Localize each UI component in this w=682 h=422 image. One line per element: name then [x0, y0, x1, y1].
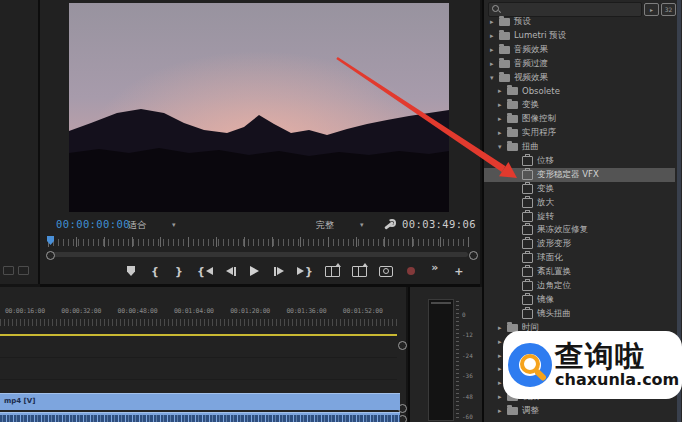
tree-item-label: Obsolete: [522, 86, 560, 96]
chevron-right-icon[interactable]: ▸: [490, 60, 497, 68]
folder-icon: [499, 46, 510, 54]
effect-transform[interactable]: 变换: [484, 182, 675, 196]
folder-utility[interactable]: ▸实用程序: [484, 126, 675, 140]
playback-quality-dropdown[interactable]: 完整 ▾: [316, 218, 364, 232]
folder-icon: [507, 101, 518, 109]
record-button[interactable]: [405, 262, 417, 280]
effect-offset[interactable]: 位移: [484, 154, 675, 168]
add-marker-button[interactable]: [125, 262, 137, 280]
search-icon: [492, 5, 501, 14]
video-clip[interactable]: mp4 [V]: [0, 393, 400, 410]
chevron-right-icon[interactable]: ▸: [498, 393, 505, 401]
effect-corner-pin[interactable]: 边角定位: [484, 279, 675, 293]
more-button[interactable]: »: [429, 258, 441, 276]
watermark-badge: 查询啦 chaxunla.com: [503, 331, 682, 399]
folder-icon: [507, 143, 518, 151]
effect-icon: [522, 267, 533, 277]
video-preview: [69, 3, 449, 212]
folder-audio-effects[interactable]: ▸音频效果: [484, 43, 675, 57]
pen-tool-icon[interactable]: [3, 266, 14, 275]
mark-out-button[interactable]: }: [173, 262, 185, 280]
chevron-right-icon[interactable]: ▸: [498, 115, 505, 123]
tree-item-label: 果冻效应修复: [537, 224, 588, 236]
effect-mirror[interactable]: 镜像: [484, 293, 675, 307]
track-separator: [0, 357, 397, 358]
marker-icon: [127, 266, 135, 276]
tree-item-label: 图像控制: [522, 113, 556, 125]
tree-item-label: 变形稳定器 VFX: [537, 169, 599, 181]
monitor-zoom-scrollbar[interactable]: [52, 252, 468, 257]
effect-spherize[interactable]: 球面化: [484, 251, 675, 265]
current-timecode[interactable]: 00:00:00:00: [56, 218, 130, 230]
step-back-button[interactable]: [225, 262, 237, 280]
brace-icon: {: [197, 265, 205, 278]
loop-icon[interactable]: [18, 266, 29, 275]
folder-image-control[interactable]: ▸图像控制: [484, 112, 675, 126]
mark-in-button[interactable]: {: [149, 262, 161, 280]
timeline-scroll-handle[interactable]: [398, 341, 407, 350]
glyph-icon: +: [454, 265, 463, 278]
add-button[interactable]: +: [453, 262, 465, 280]
triangle-left-icon: [226, 267, 233, 275]
folder-distort[interactable]: ▾扭曲: [484, 140, 675, 154]
tree-item-label: 位移: [537, 155, 554, 167]
effect-rotate[interactable]: 旋转: [484, 210, 675, 224]
chevron-right-icon[interactable]: ▸: [498, 87, 505, 95]
lift-button[interactable]: [325, 262, 340, 280]
effect-turbulent-displace[interactable]: 紊乱置换: [484, 265, 675, 279]
chevron-right-icon[interactable]: ▸: [490, 32, 497, 40]
effect-icon: [522, 281, 533, 291]
effect-magnify[interactable]: 放大: [484, 196, 675, 210]
folder-adjust[interactable]: ▸调整: [484, 404, 675, 418]
folder-audio-transitions[interactable]: ▸音频过渡: [484, 57, 675, 71]
audio-clip[interactable]: [0, 412, 400, 422]
work-area-bar[interactable]: [0, 334, 397, 336]
program-monitor-panel: 00:00:00:00 适合 ▾ 完整 ▾ 00:03:49:06 {}{}»+: [40, 0, 480, 287]
effect-rolling-shutter-repair[interactable]: 果冻效应修复: [484, 224, 675, 238]
left-side-panel: [0, 0, 40, 284]
extract-button[interactable]: [352, 262, 367, 280]
folder-transform[interactable]: ▸变换: [484, 98, 675, 112]
chevron-right-icon[interactable]: ▸: [498, 407, 505, 415]
chevron-right-icon[interactable]: ▸: [498, 129, 505, 137]
chevron-down-icon[interactable]: ▾: [490, 74, 497, 82]
audio-waveform: [0, 415, 400, 422]
folder-icon: [499, 60, 510, 68]
effect-wave-warp[interactable]: 波形变形: [484, 237, 675, 251]
meter-scale-label: -36: [462, 372, 473, 379]
effect-icon: [522, 239, 533, 249]
effect-icon: [522, 170, 533, 180]
scrollbar-right-handle[interactable]: [469, 251, 478, 260]
folder-presets[interactable]: ▸预设: [484, 15, 675, 29]
effect-warp-stabilizer-vfx[interactable]: 变形稳定器 VFX: [484, 168, 675, 182]
ruler-tick-label: 00:01:36:00: [287, 307, 327, 315]
triangle-right-icon: [297, 267, 304, 275]
ruler-tick-label: 00:00:48:00: [118, 307, 158, 315]
chevron-down-icon[interactable]: ▾: [498, 143, 505, 151]
effect-lens-distortion[interactable]: 镜头扭曲: [484, 307, 675, 321]
zoom-fit-dropdown[interactable]: 适合 ▾: [128, 218, 176, 232]
play-icon: [250, 266, 259, 276]
chevron-right-icon[interactable]: ▸: [490, 46, 497, 54]
play-button[interactable]: [249, 262, 261, 280]
step-forward-button[interactable]: [273, 262, 285, 280]
tree-item-label: 球面化: [537, 252, 563, 264]
scrollbar-left-handle[interactable]: [46, 251, 55, 260]
go-to-in-button[interactable]: {: [197, 262, 213, 280]
folder-video-effects[interactable]: ▾视频效果: [484, 71, 675, 85]
settings-wrench-icon[interactable]: [383, 219, 396, 232]
chevron-right-icon[interactable]: ▸: [498, 101, 505, 109]
chevron-down-icon: ▾: [360, 221, 364, 229]
chevron-right-icon[interactable]: ▸: [490, 18, 497, 26]
folder-lumetri-presets[interactable]: ▸Lumetri 预设: [484, 29, 675, 43]
chevron-right-icon[interactable]: ▸: [498, 324, 505, 332]
tree-item-label: 镜头扭曲: [537, 308, 571, 320]
go-to-out-button[interactable]: }: [297, 262, 313, 280]
folder-obsolete[interactable]: ▸Obsolete: [484, 85, 675, 99]
export-frame-button[interactable]: [379, 262, 393, 280]
clip-edit-icon: [352, 266, 367, 277]
meter-scale-label: -24: [462, 352, 473, 359]
folder-icon: [499, 32, 510, 40]
effect-icon: [522, 156, 533, 166]
transport-controls: {}{}»+: [125, 259, 465, 283]
